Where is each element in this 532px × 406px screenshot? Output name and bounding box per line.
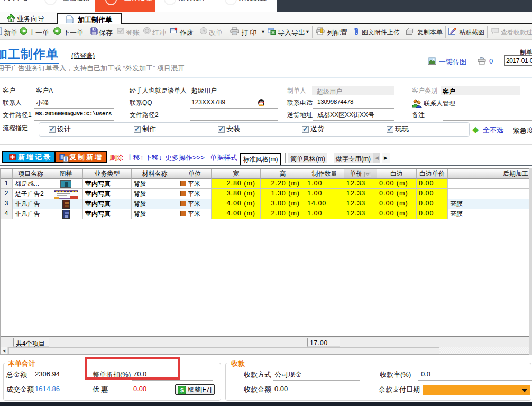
svg-text:$: $: [180, 387, 184, 393]
